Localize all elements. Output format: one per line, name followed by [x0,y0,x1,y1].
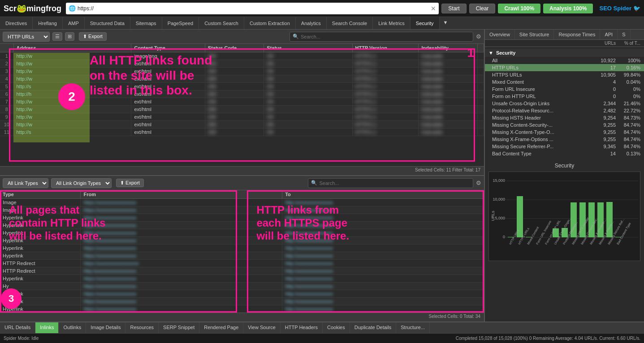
bottom-search-input[interactable] [319,180,470,186]
security-row[interactable]: Missing HSTS Header 9,254 84.73% [485,114,644,121]
table-row[interactable]: HTTP Redirect https:/sxxxxxxxxxxxxxxxx h… [0,260,484,267]
tab-amp[interactable]: AMP [63,17,85,29]
table-row[interactable]: 4 http://w ext/html 200 OK HTTP/1.1 Inde… [0,75,484,83]
tab-pagespeed[interactable]: PageSpeed [162,17,199,29]
bottom-export-button[interactable]: ⬆ Export [116,179,144,187]
tab-structured-data[interactable]: Structured Data [85,17,130,29]
start-button[interactable]: Start [441,4,466,13]
table-row[interactable]: Hyperlink https:/xxxxxxxxxxxxxxxx http:/… [0,290,484,298]
tab-hreflang[interactable]: Hreflang [33,17,63,29]
table-row[interactable]: Hyperlink https:/xxxxxxxxxxxxxxxx http:/… [0,244,484,252]
table-row[interactable]: 5 http://s ext/html 200 OK HTTP/1.1 Inde… [0,83,484,90]
more-tabs-icon[interactable]: ▼ [440,17,452,29]
security-row-label: Form on HTTP URL [492,94,591,99]
right-col-urls: URLs [591,41,616,46]
table-row[interactable]: 10 http://w ext/html 200 OK HTTP/1.1 Ind… [0,121,484,129]
security-row[interactable]: HTTPS URLs 10,905 99.84% [485,71,644,78]
bottom-tab-rendered-page[interactable]: Rendered Page [199,322,243,333]
security-row-pct: 84.74% [616,122,640,128]
tab-security[interactable]: Security [411,17,440,29]
security-row-count: 14 [591,151,616,156]
table-row[interactable]: Hy https:/xxxxxxxxxxxxxxxx http:/xxxxxxx… [0,283,484,290]
table-row[interactable]: 2 http://w ext/html 200 OK HTTP/1.1 Inde… [0,60,484,68]
table-row[interactable]: 3 http://w ext/html 200 OK HTTP/1.1 Inde… [0,68,484,75]
security-row[interactable]: Unsafe Cross-Origin Links 2,344 21.46% [485,100,644,107]
url-clear-icon[interactable]: ✕ [431,5,436,12]
tab-directives[interactable]: Directives [0,17,33,29]
table-row[interactable]: Hyperlink https:/xxxxxxxxxxxxxxxx http:/… [0,305,484,313]
link-origin-filter[interactable]: All Link Origin Types [51,178,112,188]
tab-custom-search[interactable]: Custom Search [199,17,244,29]
security-row[interactable]: Missing Secure Referrer-P... 9,345 84.74… [485,143,644,150]
table-row[interactable]: Hyperlink https:/xxxxxxxxxxxxxxxx http:/… [0,275,484,283]
table-row[interactable]: 1 http://w image/png 200 OK HTTP/1.1 Ind… [0,52,484,60]
table-row[interactable]: Image https:/xxxxxxxxxxxxxxxx http:/xxxx… [0,199,484,206]
security-row[interactable]: Protocol-Relative Resourc... 2,482 22.72… [485,107,644,114]
table-row[interactable]: 7 http://w ext/html 200 OK HTTP/1.1 Inde… [0,98,484,106]
bottom-table-wrap[interactable]: Type From To Image https:/xxxxxxxxxxxxxx… [0,190,484,313]
top-filter-icon[interactable]: ⚙ [476,33,481,40]
table-row[interactable]: 9 http://w ext/html 200 OK HTTP/1.1 Inde… [0,113,484,121]
bottom-tab-view-source[interactable]: View Source [243,322,281,333]
table-row[interactable]: Hyperlink https:/xxxxxxxxxxxxxxxx http:/… [0,252,484,260]
bottom-tab-image-details[interactable]: Image Details [86,322,125,333]
security-row[interactable]: Bad Content Type 14 0.13% [485,150,644,157]
table-row[interactable]: Hyperlink https:/xxxxxxxxxxxxxxxx http:/… [0,229,484,237]
list-view-button[interactable]: ☰ [52,32,62,41]
right-content[interactable]: URLs % of T... ▼ Security All 10,922 100… [485,40,644,322]
table-row[interactable]: Hyperlink https:/xxxxxxxxxxxxxxxx http:/… [0,237,484,244]
security-row[interactable]: HTTP URLs 17 0.16% [485,64,644,71]
security-row[interactable]: Missing Content-Security-... 9,255 84.74… [485,121,644,129]
right-tab-s[interactable]: S [618,30,630,39]
col-from: From [81,190,282,199]
bottom-tab-http-headers[interactable]: HTTP Headers [281,322,323,333]
bottom-tab-duplicate-details[interactable]: Duplicate Details [350,322,397,333]
table-row[interactable]: Hyperlink https:/xxxxxxxxxxxxxxxx http:/… [0,214,484,222]
tab-sitemaps[interactable]: Sitemaps [130,17,162,29]
top-table-wrap[interactable]: Address Content Type Status Code Status … [0,44,484,166]
bottom-tab-url-details[interactable]: URL Details [0,322,35,333]
bottom-tab-outlinks[interactable]: Outlinks [59,322,86,333]
bottom-filter-icon[interactable]: ⚙ [476,180,481,186]
bottom-tab-resources[interactable]: Resources [125,322,159,333]
tab-custom-extraction[interactable]: Custom Extraction [244,17,296,29]
security-row[interactable]: Mixed Content 4 0.04% [485,78,644,86]
bottom-tab-structure...[interactable]: Structure... [396,322,430,333]
right-tab-overview[interactable]: Overview [485,30,515,39]
bottom-tab-cookies[interactable]: Cookies [323,322,350,333]
link-types-filter[interactable]: All Link Types [3,178,48,188]
table-row[interactable]: Image https:/xxxxxxxxxxxxxxxx http:/xxxx… [0,206,484,214]
top-export-button[interactable]: ⬆ Export [79,32,107,41]
chart-area: 15,000 10,000 5,000 0 URLs [488,172,640,261]
table-row[interactable]: Hyperlink https:/xxxxxxxxxxxxxxxx http:/… [0,222,484,229]
right-tab-api[interactable]: API [600,30,618,39]
clear-button[interactable]: Clear [469,4,496,13]
table-row[interactable]: Hyperlink https:/xxxxxxxxxxxxxxxx http:/… [0,298,484,305]
table-row[interactable]: 6 http://h ext/html 200 OK HTTP/1.1 Inde… [0,90,484,98]
http-urls-filter[interactable]: HTTP URLs HTTPS URLs All Mixed Content [3,32,50,42]
table-row[interactable]: HTTP Redirect http:/sxxxxxxxxxxxxxxxx ht… [0,267,484,275]
security-row[interactable]: Missing X-Frame-Options ... 9,255 84.74% [485,136,644,143]
security-row[interactable]: Missing X-Content-Type-O... 9,255 84.74% [485,129,644,136]
security-row[interactable]: Form on HTTP URL 0 0% [485,93,644,100]
tab-analytics[interactable]: Analytics [296,17,327,29]
table-row[interactable]: 8 http://w ext/html 200 OK HTTP/1.1 Inde… [0,106,484,113]
right-tab-site-structure[interactable]: Site Structure [515,30,554,39]
security-rows[interactable]: All 10,922 100% HTTP URLs 17 0.16% HTTPS… [485,57,644,157]
security-row[interactable]: All 10,922 100% [485,57,644,64]
bottom-tab-inlinks[interactable]: Inlinks [35,322,59,333]
security-section-header: ▼ Security [485,49,644,57]
tab-link-metrics[interactable]: Link Metrics [373,17,411,29]
tab-search-console[interactable]: Search Console [327,17,373,29]
right-tab-response-times[interactable]: Response Times [554,30,600,39]
security-row-count: 9,345 [591,144,616,149]
table-row[interactable]: 11 http://s ext/html 200 OK HTTP/1.1 Ind… [0,129,484,136]
analysis-button[interactable]: Analysis 100% [543,4,593,13]
top-table: Address Content Type Status Code Status … [0,44,484,136]
grid-view-button[interactable]: ⊞ [65,32,74,41]
crawl-button[interactable]: Crawl 100% [498,4,540,13]
url-input[interactable] [78,5,429,12]
bottom-tab-serp-snippet[interactable]: SERP Snippet [159,322,199,333]
top-search-input[interactable] [301,34,470,39]
security-row[interactable]: Form URL Insecure 0 0% [485,86,644,93]
